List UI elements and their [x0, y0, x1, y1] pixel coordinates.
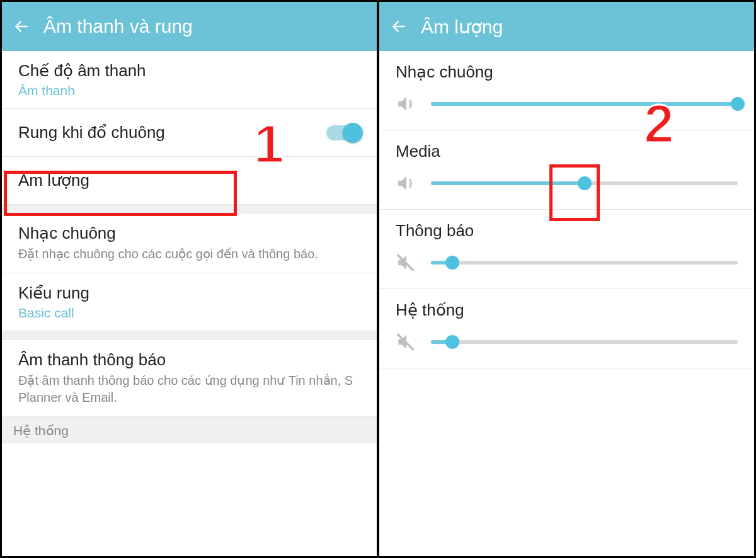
row-title: Chế độ âm thanh — [18, 61, 360, 81]
speaker-icon — [396, 173, 417, 194]
page-title: Âm thanh và rung — [43, 16, 193, 37]
volume-slider[interactable] — [431, 98, 738, 110]
slider-system: Hệ thống — [379, 289, 754, 368]
slider-label: Nhạc chuông — [396, 62, 738, 82]
row-title: Rung khi đổ chuông — [18, 123, 165, 142]
row-title: Kiểu rung — [18, 283, 360, 303]
row-value: Basic call — [18, 305, 360, 321]
speaker-icon — [396, 93, 417, 115]
section-divider — [2, 331, 377, 340]
row-description: Đặt âm thanh thông báo cho các ứng dụng … — [18, 372, 360, 406]
back-icon[interactable] — [391, 18, 407, 35]
row-vibrate-when-ringing[interactable]: Rung khi đổ chuông — [2, 109, 377, 157]
row-volume[interactable]: Âm lượng — [2, 157, 377, 205]
app-bar: Âm lượng — [379, 2, 754, 51]
speaker-muted-icon — [396, 252, 417, 273]
row-sound-mode[interactable]: Chế độ âm thanh Âm thanh — [2, 51, 377, 109]
section-header-system: Hệ thống — [2, 417, 377, 443]
speaker-muted-icon — [396, 331, 417, 353]
app-bar: Âm thanh và rung — [2, 2, 377, 51]
volume-slider[interactable] — [431, 336, 738, 348]
back-icon[interactable] — [13, 18, 30, 35]
slider-label: Media — [396, 142, 738, 161]
row-title: Nhạc chuông — [18, 224, 360, 243]
slider-label: Thông báo — [396, 221, 738, 241]
row-value: Âm thanh — [18, 83, 360, 98]
section-divider — [2, 205, 377, 214]
volume-screen: Âm lượng Nhạc chuông Media — [378, 0, 756, 558]
settings-sound-screen: Âm thanh và rung Chế độ âm thanh Âm than… — [0, 0, 378, 558]
row-vibration-pattern[interactable]: Kiểu rung Basic call — [2, 273, 377, 331]
slider-notification: Thông báo — [379, 210, 754, 289]
row-notification-sound[interactable]: Âm thanh thông báo Đặt âm thanh thông bá… — [2, 340, 377, 417]
slider-media: Media — [379, 130, 754, 210]
page-title: Âm lượng — [421, 16, 503, 38]
volume-slider[interactable] — [431, 256, 738, 269]
row-title: Âm lượng — [18, 171, 360, 190]
row-description: Đặt nhạc chuông cho các cuộc gọi đến và … — [18, 246, 360, 263]
toggle-switch[interactable] — [326, 125, 360, 140]
row-title: Âm thanh thông báo — [18, 350, 360, 370]
slider-ringtone: Nhạc chuông — [379, 51, 754, 130]
volume-slider[interactable] — [431, 177, 738, 190]
slider-label: Hệ thống — [396, 300, 738, 320]
row-ringtone[interactable]: Nhạc chuông Đặt nhạc chuông cho các cuộc… — [2, 214, 377, 273]
